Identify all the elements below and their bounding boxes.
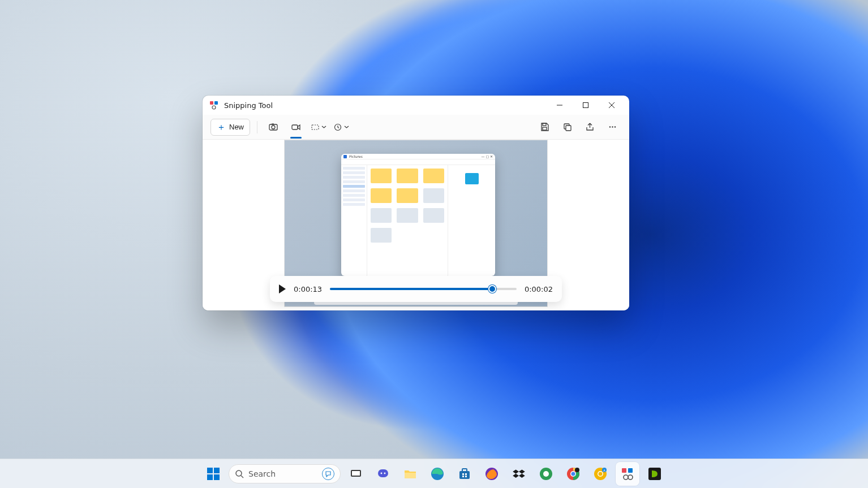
edge-icon	[430, 467, 445, 481]
window-title: Snipping Tool	[224, 101, 273, 110]
svg-point-30	[384, 472, 386, 474]
snip-shape-dropdown[interactable]	[310, 119, 328, 136]
svg-rect-11	[312, 125, 319, 129]
plus-icon: ＋	[217, 123, 226, 132]
svg-point-24	[236, 470, 242, 476]
search-box[interactable]: Search	[229, 464, 341, 483]
progress-track[interactable]	[330, 288, 517, 290]
playback-controls: 0:00:13 0:00:02	[270, 276, 562, 302]
task-view-button[interactable]	[344, 462, 368, 486]
clock-icon	[333, 123, 342, 132]
search-icon	[235, 469, 244, 478]
svg-rect-21	[214, 468, 220, 473]
nvidia-icon	[647, 467, 662, 481]
more-icon	[608, 122, 617, 132]
svg-rect-51	[622, 468, 626, 473]
svg-point-18	[612, 126, 613, 127]
snip-icon	[621, 467, 634, 481]
svg-rect-23	[214, 474, 220, 480]
rectangle-icon	[311, 123, 320, 132]
svg-point-44	[571, 472, 575, 476]
svg-point-41	[543, 471, 549, 477]
chevron-down-icon	[344, 124, 349, 129]
copy-button[interactable]	[558, 119, 576, 136]
toolbar-separator	[257, 121, 257, 133]
svg-rect-1	[214, 101, 218, 105]
titlebar[interactable]: Snipping Tool	[203, 96, 629, 115]
close-button[interactable]	[599, 96, 625, 115]
svg-rect-14	[543, 127, 547, 130]
new-button[interactable]: ＋ New	[210, 119, 250, 136]
svg-point-48	[599, 472, 603, 476]
progress-handle[interactable]	[488, 285, 496, 293]
save-icon	[540, 122, 549, 132]
svg-point-53	[624, 475, 628, 480]
svg-rect-22	[207, 474, 213, 480]
toolbar: ＋ New	[203, 115, 629, 140]
svg-rect-31	[405, 473, 416, 478]
start-button[interactable]	[201, 462, 225, 486]
svg-rect-16	[566, 126, 571, 131]
search-placeholder: Search	[248, 469, 276, 478]
chrome-canary-button[interactable]: A	[588, 462, 612, 486]
share-icon	[585, 122, 595, 132]
video-icon	[291, 122, 301, 132]
chrome-canary-icon: A	[593, 467, 608, 481]
nvidia-button[interactable]	[643, 462, 667, 486]
snipping-tool-button[interactable]	[616, 462, 639, 486]
progress-fill	[330, 288, 492, 290]
content-area: Pictures— ▢ ✕ 0:00:13	[203, 140, 629, 310]
svg-line-25	[241, 476, 243, 478]
taskview-icon	[349, 467, 363, 481]
recorded-file-explorer: Pictures— ▢ ✕	[341, 154, 495, 276]
delay-dropdown[interactable]	[332, 119, 350, 136]
svg-point-17	[609, 126, 610, 127]
more-button[interactable]	[603, 119, 621, 136]
svg-point-29	[381, 472, 383, 474]
chrome-button[interactable]	[561, 462, 585, 486]
maximize-button[interactable]	[573, 96, 599, 115]
svg-point-45	[575, 468, 579, 472]
chevron-down-icon	[321, 124, 326, 129]
folder-icon	[403, 467, 418, 481]
new-button-label: New	[229, 123, 244, 131]
svg-rect-10	[292, 125, 298, 129]
windows-icon	[206, 467, 221, 481]
edge-button[interactable]	[426, 462, 449, 486]
svg-rect-52	[628, 468, 633, 473]
camera-icon	[268, 122, 278, 132]
save-button[interactable]	[535, 119, 553, 136]
svg-point-19	[614, 126, 615, 127]
remaining-time: 0:00:02	[525, 285, 553, 293]
camera-mode-button[interactable]	[264, 119, 282, 136]
minimize-button[interactable]	[547, 96, 573, 115]
app-green-button[interactable]	[534, 462, 558, 486]
copy-icon	[562, 122, 572, 132]
svg-rect-0	[210, 101, 213, 105]
svg-rect-13	[543, 123, 546, 126]
file-explorer-button[interactable]	[398, 462, 422, 486]
svg-rect-34	[462, 469, 467, 472]
svg-text:A: A	[603, 468, 605, 472]
store-icon	[457, 467, 472, 481]
bing-chat-icon[interactable]	[322, 468, 334, 480]
svg-rect-27	[352, 471, 360, 476]
svg-rect-9	[272, 123, 274, 124]
svg-rect-35	[462, 473, 464, 475]
svg-rect-20	[207, 468, 213, 473]
store-button[interactable]	[453, 462, 476, 486]
dropbox-icon	[512, 467, 526, 481]
play-button[interactable]	[279, 284, 286, 293]
elapsed-time: 0:00:13	[294, 285, 322, 293]
svg-point-8	[272, 126, 275, 129]
chat-icon	[376, 467, 390, 481]
green-icon	[539, 467, 553, 481]
video-mode-button[interactable]	[287, 119, 305, 136]
dropbox-button[interactable]	[507, 462, 531, 486]
share-button[interactable]	[581, 119, 599, 136]
chrome-icon	[566, 467, 581, 481]
firefox-button[interactable]	[480, 462, 504, 486]
snipping-tool-window: Snipping Tool ＋ New	[203, 96, 629, 310]
svg-point-54	[628, 475, 633, 480]
chat-button[interactable]	[371, 462, 395, 486]
